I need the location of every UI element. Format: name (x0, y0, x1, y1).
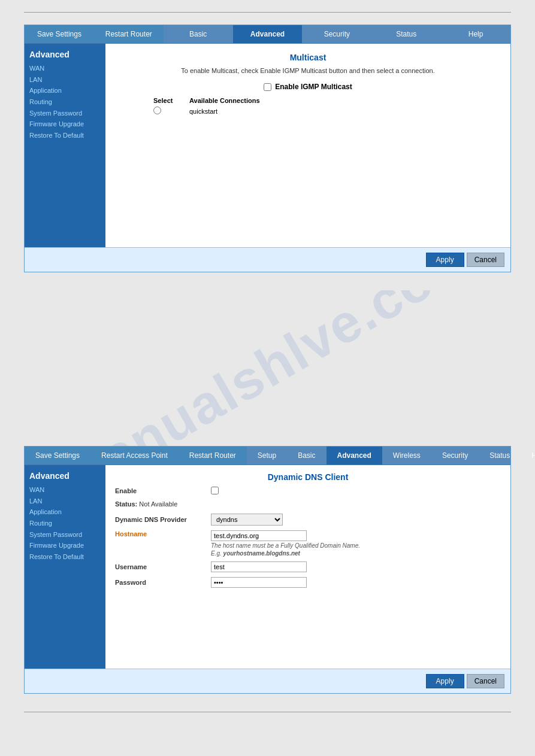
password-label: Password (115, 579, 211, 586)
router-panel-2: Save Settings Restart Access Point Resta… (24, 446, 511, 694)
nav-bar-2: Save Settings Restart Access Point Resta… (25, 447, 510, 465)
enable-label: Enable (115, 487, 211, 494)
sidebar-link-wan[interactable]: WAN (29, 63, 101, 74)
sidebar-link-lan[interactable]: LAN (29, 74, 101, 86)
cancel-button-2[interactable]: Cancel (467, 674, 504, 688)
sidebar-1: Advanced WAN LAN Application Routing Sys… (25, 44, 105, 247)
nav-help[interactable]: Help (441, 25, 510, 43)
sidebar-link-firmware[interactable]: Firmware Upgrade (29, 119, 101, 130)
bottom-bar-1: Apply Cancel (25, 247, 510, 272)
enable-checkbox[interactable] (211, 487, 219, 494)
hostname-row: Hostname The host name must be a Fully Q… (115, 530, 501, 557)
enable-row: Enable (115, 487, 501, 494)
password-input[interactable] (211, 577, 307, 588)
enable-igmp-checkbox[interactable] (264, 83, 271, 91)
status-value: Not Available (139, 500, 177, 508)
sidebar2-link-syspassword[interactable]: System Password (29, 529, 101, 541)
content-area-1: Multicast To enable Multicast, check Ena… (105, 44, 510, 247)
hostname-note2: E.g. yourhostname.blogdns.net (211, 550, 360, 557)
hostname-label: Hostname (115, 530, 211, 538)
panel-body-1: Advanced WAN LAN Application Routing Sys… (25, 44, 510, 247)
nav-security[interactable]: Security (302, 25, 371, 43)
dns-provider-row: Dynamic DNS Provider dyndns (115, 514, 501, 526)
nav-basic[interactable]: Basic (164, 25, 233, 43)
content-title-1: Multicast (117, 53, 498, 62)
nav-bar-1: Save Settings Restart Router Basic Advan… (25, 25, 510, 44)
nav2-help[interactable]: Help (521, 447, 535, 464)
nav-save-settings[interactable]: Save Settings (25, 25, 94, 43)
hostname-note1: The host name must be a Fully Qualified … (211, 542, 360, 549)
nav2-wireless[interactable]: Wireless (382, 447, 431, 464)
dns-provider-label: Dynamic DNS Provider (115, 516, 211, 523)
dns-provider-select[interactable]: dyndns (211, 514, 283, 526)
hostname-note2-bold: yourhostname.blogdns.net (223, 550, 300, 557)
cancel-button-1[interactable]: Cancel (467, 253, 504, 267)
nav2-restart-router[interactable]: Restart Router (179, 447, 247, 464)
connection-radio[interactable] (153, 107, 161, 114)
username-label: Username (115, 563, 211, 570)
sidebar2-link-firmware[interactable]: Firmware Upgrade (29, 540, 101, 551)
sidebar-link-syspassword[interactable]: System Password (29, 108, 101, 119)
top-divider (24, 12, 511, 13)
sidebar-title-2: Advanced (29, 471, 101, 481)
password-row: Password (115, 577, 501, 588)
enable-igmp-label: Enable IGMP Multicast (275, 83, 352, 91)
nav2-advanced[interactable]: Advanced (327, 447, 382, 464)
nav2-security[interactable]: Security (431, 447, 479, 464)
sidebar-link-application[interactable]: Application (29, 85, 101, 96)
sidebar2-link-restore[interactable]: Restore To Default (29, 551, 101, 563)
sidebar2-link-lan[interactable]: LAN (29, 496, 101, 507)
username-input[interactable] (211, 561, 307, 572)
enable-igmp-row: Enable IGMP Multicast (117, 83, 498, 91)
col-header-select: Select (153, 97, 189, 104)
watermark-text: manualshlve.com (49, 290, 487, 446)
status-label: Status: Not Available (115, 500, 211, 508)
nav2-save-settings[interactable]: Save Settings (25, 447, 90, 464)
table-conn-value: quickstart (189, 108, 217, 115)
content-title-2: Dynamic DNS Client (115, 472, 501, 482)
table-header-row: Select Available Connections (153, 97, 498, 104)
table-data-row: quickstart (153, 107, 498, 116)
sidebar-title-1: Advanced (29, 50, 101, 59)
status-row: Status: Not Available (115, 500, 501, 508)
sidebar2-link-wan[interactable]: WAN (29, 484, 101, 496)
table-radio-col (153, 107, 189, 116)
apply-button-1[interactable]: Apply (426, 253, 464, 267)
hostname-field-group: The host name must be a Fully Qualified … (211, 530, 360, 557)
hostname-input[interactable] (211, 530, 307, 541)
nav-advanced[interactable]: Advanced (233, 25, 303, 43)
content-desc-1: To enable Multicast, check Enable IGMP M… (117, 67, 498, 74)
username-row: Username (115, 561, 501, 572)
nav2-setup[interactable]: Setup (247, 447, 287, 464)
bottom-divider (24, 712, 511, 712)
bottom-bar-2: Apply Cancel (25, 669, 510, 693)
nav2-basic[interactable]: Basic (287, 447, 326, 464)
sidebar-2: Advanced WAN LAN Application Routing Sys… (25, 465, 105, 669)
nav-restart-router[interactable]: Restart Router (94, 25, 164, 43)
sidebar2-link-routing[interactable]: Routing (29, 518, 101, 529)
panel-body-2: Advanced WAN LAN Application Routing Sys… (25, 465, 510, 669)
nav2-restart-ap[interactable]: Restart Access Point (90, 447, 179, 464)
content-area-2: Dynamic DNS Client Enable Status: Not Av… (105, 465, 510, 669)
apply-button-2[interactable]: Apply (426, 674, 464, 688)
router-panel-1: Save Settings Restart Router Basic Advan… (24, 25, 511, 272)
sidebar-link-restore[interactable]: Restore To Default (29, 130, 101, 141)
nav2-status[interactable]: Status (479, 447, 521, 464)
sidebar-link-routing[interactable]: Routing (29, 96, 101, 108)
nav-status[interactable]: Status (371, 25, 441, 43)
watermark-area: manualshlve.com (24, 290, 511, 446)
col-header-avail: Available Connections (189, 97, 279, 104)
sidebar2-link-application[interactable]: Application (29, 506, 101, 518)
